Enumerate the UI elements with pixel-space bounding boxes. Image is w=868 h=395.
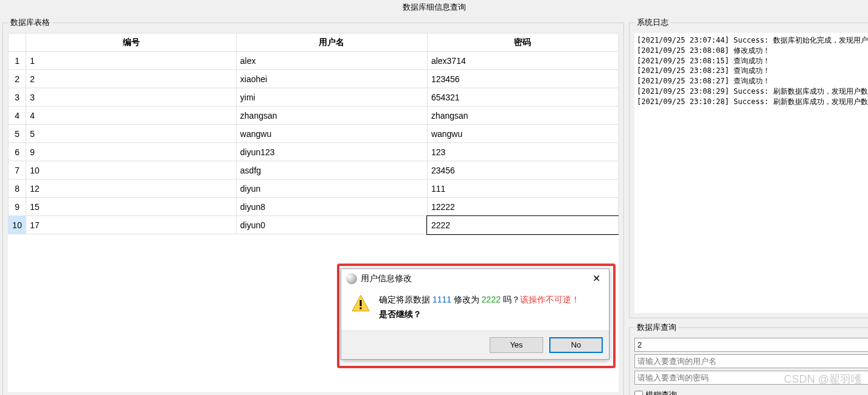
cell-pwd[interactable]: 123456 [427, 70, 618, 88]
cell-pwd[interactable]: 654321 [427, 88, 618, 107]
corner-header [9, 33, 26, 52]
query-group-title: 数据库查询 [634, 322, 679, 333]
query-id-input[interactable] [634, 338, 868, 352]
table-row[interactable]: 1017diyun02222 [9, 216, 619, 234]
cell-user[interactable]: diyun8 [236, 198, 427, 216]
app-icon [346, 273, 357, 284]
row-index[interactable]: 9 [9, 198, 26, 216]
log-group-title: 系统日志 [634, 17, 671, 28]
cell-pwd[interactable]: 23456 [427, 161, 618, 180]
cell-pwd[interactable]: wangwu [427, 125, 618, 143]
svg-rect-2 [360, 307, 362, 309]
log-line: [2021/09/25 23:08:08] 修改成功！ [637, 46, 868, 56]
row-index[interactable]: 1 [9, 52, 26, 70]
log-line: [2021/09/25 23:10:28] Success: 刷新数据库成功，发… [637, 97, 868, 107]
row-index[interactable]: 8 [9, 180, 26, 198]
query-pwd-input[interactable] [634, 371, 868, 385]
cell-user[interactable]: alex [236, 52, 427, 70]
table-row[interactable]: 44zhangsanzhangsan [9, 107, 619, 125]
cell-id[interactable]: 10 [26, 161, 237, 180]
table-group-title: 数据库表格 [8, 17, 52, 28]
cell-pwd[interactable]: 111 [427, 180, 618, 198]
cell-id[interactable]: 12 [26, 180, 237, 198]
log-groupbox: 系统日志 [2021/09/25 23:07:44] Success: 数据库初… [629, 17, 868, 318]
no-button[interactable]: No [549, 337, 603, 353]
cell-user[interactable]: diyun123 [236, 143, 427, 161]
cell-pwd[interactable]: 12222 [427, 198, 618, 216]
dialog-title: 用户信息修改 [361, 273, 412, 284]
cell-id[interactable]: 15 [26, 198, 237, 216]
cell-pwd[interactable]: alex3714 [427, 52, 618, 70]
col-header-id[interactable]: 编号 [26, 33, 237, 52]
cell-pwd[interactable]: 2222 [427, 216, 618, 234]
log-line: [2021/09/25 23:08:23] 查询成功！ [637, 66, 868, 76]
row-index[interactable]: 6 [9, 143, 26, 161]
col-header-pwd[interactable]: 密码 [427, 33, 618, 52]
data-table[interactable]: 编号 用户名 密码 11alexalex371422xiaohei1234563… [8, 33, 619, 234]
cell-id[interactable]: 2 [26, 70, 237, 88]
cell-pwd[interactable]: 123 [427, 143, 618, 161]
cell-user[interactable]: zhangsan [236, 107, 427, 125]
cell-pwd[interactable]: zhangsan [427, 107, 618, 125]
query-user-input[interactable] [634, 354, 868, 368]
cell-user[interactable]: yimi [236, 88, 427, 107]
dialog-titlebar[interactable]: 用户信息修改 ✕ [341, 269, 609, 288]
log-line: [2021/09/25 23:08:15] 查询成功！ [637, 56, 868, 66]
cell-id[interactable]: 3 [26, 88, 237, 107]
log-line: [2021/09/25 23:08:29] Success: 刷新数据库成功，发… [637, 86, 868, 97]
table-row[interactable]: 812diyun111 [9, 180, 619, 198]
row-index[interactable]: 5 [9, 125, 26, 143]
cell-user[interactable]: asdfg [236, 161, 427, 180]
window-title: 数据库细信息查询 [0, 0, 868, 15]
cell-id[interactable]: 5 [26, 125, 237, 143]
row-index[interactable]: 2 [9, 70, 26, 88]
cell-user[interactable]: xiaohei [236, 70, 427, 88]
cell-user[interactable]: diyun0 [236, 216, 427, 234]
close-icon[interactable]: ✕ [589, 273, 604, 284]
cell-user[interactable]: diyun [236, 180, 427, 198]
table-row[interactable]: 55wangwuwangwu [9, 125, 619, 143]
query-groupbox: 数据库查询 模糊查询 ✔ 查询 [629, 322, 868, 395]
warning-icon [351, 294, 370, 313]
fuzzy-checkbox[interactable] [634, 391, 643, 395]
table-row[interactable]: 11alexalex3714 [9, 52, 619, 70]
fuzzy-label: 模糊查询 [645, 390, 677, 395]
table-row[interactable]: 33yimi654321 [9, 88, 619, 107]
cell-id[interactable]: 4 [26, 107, 237, 125]
table-row[interactable]: 22xiaohei123456 [9, 70, 619, 88]
confirm-dialog: 用户信息修改 ✕ 确定将原数据 1111 修改为 2222 吗？该操作不可逆！ … [341, 268, 609, 360]
row-index[interactable]: 3 [9, 88, 26, 107]
table-row[interactable]: 710asdfg23456 [9, 161, 619, 180]
row-index[interactable]: 7 [9, 161, 26, 180]
dialog-message: 确定将原数据 1111 修改为 2222 吗？该操作不可逆！ 是否继续？ [379, 293, 580, 322]
cell-id[interactable]: 17 [26, 216, 237, 234]
cell-id[interactable]: 1 [26, 52, 237, 70]
log-line: [2021/09/25 23:08:27] 查询成功！ [637, 76, 868, 86]
svg-rect-1 [360, 300, 362, 306]
row-index[interactable]: 4 [9, 107, 26, 125]
table-row[interactable]: 69diyun123123 [9, 143, 619, 161]
row-index[interactable]: 10 [9, 216, 26, 234]
yes-button[interactable]: Yes [490, 337, 543, 353]
log-textarea[interactable]: [2021/09/25 23:07:44] Success: 数据库初始化完成，… [634, 33, 868, 313]
col-header-user[interactable]: 用户名 [236, 33, 427, 52]
cell-id[interactable]: 9 [26, 143, 237, 161]
log-line: [2021/09/25 23:07:44] Success: 数据库初始化完成，… [637, 35, 868, 46]
cell-user[interactable]: wangwu [236, 125, 427, 143]
table-row[interactable]: 915diyun812222 [9, 198, 619, 216]
